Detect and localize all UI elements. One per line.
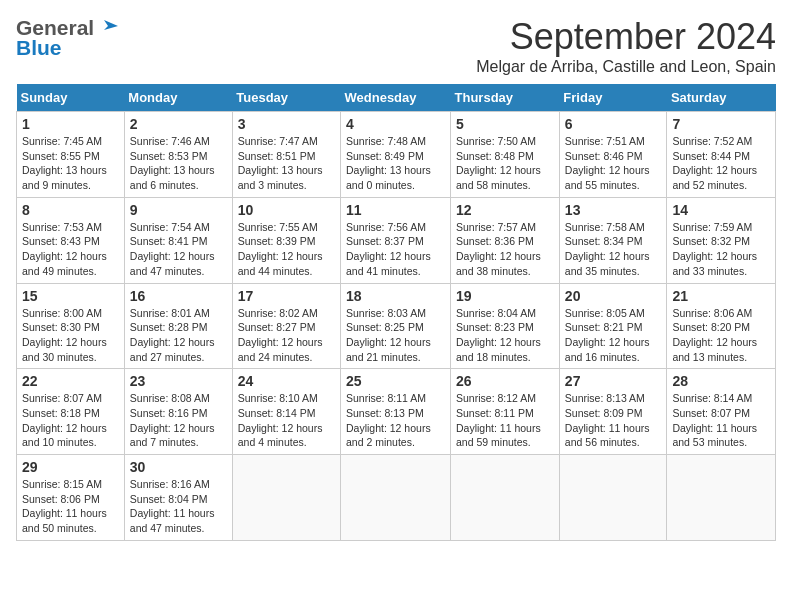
- day-number: 5: [456, 116, 554, 132]
- calendar-cell: 20Sunrise: 8:05 AMSunset: 8:21 PMDayligh…: [559, 283, 667, 369]
- day-info: Sunrise: 7:56 AMSunset: 8:37 PMDaylight:…: [346, 220, 445, 279]
- day-info: Sunrise: 7:54 AMSunset: 8:41 PMDaylight:…: [130, 220, 227, 279]
- svg-marker-0: [104, 20, 118, 30]
- day-number: 23: [130, 373, 227, 389]
- day-info: Sunrise: 8:03 AMSunset: 8:25 PMDaylight:…: [346, 306, 445, 365]
- location: Melgar de Arriba, Castille and Leon, Spa…: [476, 58, 776, 76]
- week-row-3: 15Sunrise: 8:00 AMSunset: 8:30 PMDayligh…: [17, 283, 776, 369]
- logo-bird-icon: [96, 16, 118, 38]
- day-number: 28: [672, 373, 770, 389]
- calendar-cell: 11Sunrise: 7:56 AMSunset: 8:37 PMDayligh…: [341, 197, 451, 283]
- day-info: Sunrise: 7:45 AMSunset: 8:55 PMDaylight:…: [22, 134, 119, 193]
- calendar-cell: 1Sunrise: 7:45 AMSunset: 8:55 PMDaylight…: [17, 112, 125, 198]
- day-number: 14: [672, 202, 770, 218]
- weekday-header-friday: Friday: [559, 84, 667, 112]
- day-info: Sunrise: 7:48 AMSunset: 8:49 PMDaylight:…: [346, 134, 445, 193]
- day-info: Sunrise: 8:07 AMSunset: 8:18 PMDaylight:…: [22, 391, 119, 450]
- day-number: 4: [346, 116, 445, 132]
- day-info: Sunrise: 7:46 AMSunset: 8:53 PMDaylight:…: [130, 134, 227, 193]
- title-section: September 2024 Melgar de Arriba, Castill…: [476, 16, 776, 76]
- calendar-cell: 17Sunrise: 8:02 AMSunset: 8:27 PMDayligh…: [232, 283, 340, 369]
- day-number: 1: [22, 116, 119, 132]
- calendar-cell: 10Sunrise: 7:55 AMSunset: 8:39 PMDayligh…: [232, 197, 340, 283]
- day-number: 30: [130, 459, 227, 475]
- week-row-2: 8Sunrise: 7:53 AMSunset: 8:43 PMDaylight…: [17, 197, 776, 283]
- calendar-cell: 3Sunrise: 7:47 AMSunset: 8:51 PMDaylight…: [232, 112, 340, 198]
- calendar-cell: 29Sunrise: 8:15 AMSunset: 8:06 PMDayligh…: [17, 455, 125, 541]
- day-info: Sunrise: 8:10 AMSunset: 8:14 PMDaylight:…: [238, 391, 335, 450]
- week-row-4: 22Sunrise: 8:07 AMSunset: 8:18 PMDayligh…: [17, 369, 776, 455]
- calendar-cell: 25Sunrise: 8:11 AMSunset: 8:13 PMDayligh…: [341, 369, 451, 455]
- day-number: 13: [565, 202, 662, 218]
- month-title: September 2024: [476, 16, 776, 58]
- logo: General Blue: [16, 16, 118, 60]
- day-info: Sunrise: 8:12 AMSunset: 8:11 PMDaylight:…: [456, 391, 554, 450]
- calendar-cell: [232, 455, 340, 541]
- day-info: Sunrise: 8:11 AMSunset: 8:13 PMDaylight:…: [346, 391, 445, 450]
- weekday-header-wednesday: Wednesday: [341, 84, 451, 112]
- day-number: 18: [346, 288, 445, 304]
- day-info: Sunrise: 8:06 AMSunset: 8:20 PMDaylight:…: [672, 306, 770, 365]
- calendar-cell: 12Sunrise: 7:57 AMSunset: 8:36 PMDayligh…: [451, 197, 560, 283]
- day-number: 29: [22, 459, 119, 475]
- calendar-cell: [559, 455, 667, 541]
- day-info: Sunrise: 7:47 AMSunset: 8:51 PMDaylight:…: [238, 134, 335, 193]
- weekday-header-tuesday: Tuesday: [232, 84, 340, 112]
- calendar-header-row: SundayMondayTuesdayWednesdayThursdayFrid…: [17, 84, 776, 112]
- day-number: 21: [672, 288, 770, 304]
- weekday-header-saturday: Saturday: [667, 84, 776, 112]
- day-info: Sunrise: 8:14 AMSunset: 8:07 PMDaylight:…: [672, 391, 770, 450]
- day-info: Sunrise: 8:08 AMSunset: 8:16 PMDaylight:…: [130, 391, 227, 450]
- day-number: 8: [22, 202, 119, 218]
- day-info: Sunrise: 8:16 AMSunset: 8:04 PMDaylight:…: [130, 477, 227, 536]
- day-info: Sunrise: 7:53 AMSunset: 8:43 PMDaylight:…: [22, 220, 119, 279]
- day-number: 6: [565, 116, 662, 132]
- day-number: 17: [238, 288, 335, 304]
- calendar-cell: [341, 455, 451, 541]
- calendar-cell: 28Sunrise: 8:14 AMSunset: 8:07 PMDayligh…: [667, 369, 776, 455]
- day-info: Sunrise: 7:58 AMSunset: 8:34 PMDaylight:…: [565, 220, 662, 279]
- day-number: 15: [22, 288, 119, 304]
- day-number: 26: [456, 373, 554, 389]
- calendar-cell: 24Sunrise: 8:10 AMSunset: 8:14 PMDayligh…: [232, 369, 340, 455]
- calendar-cell: 22Sunrise: 8:07 AMSunset: 8:18 PMDayligh…: [17, 369, 125, 455]
- day-info: Sunrise: 8:05 AMSunset: 8:21 PMDaylight:…: [565, 306, 662, 365]
- day-number: 27: [565, 373, 662, 389]
- calendar-cell: 4Sunrise: 7:48 AMSunset: 8:49 PMDaylight…: [341, 112, 451, 198]
- day-number: 22: [22, 373, 119, 389]
- weekday-header-sunday: Sunday: [17, 84, 125, 112]
- calendar-cell: 9Sunrise: 7:54 AMSunset: 8:41 PMDaylight…: [124, 197, 232, 283]
- day-number: 25: [346, 373, 445, 389]
- day-info: Sunrise: 7:57 AMSunset: 8:36 PMDaylight:…: [456, 220, 554, 279]
- day-number: 19: [456, 288, 554, 304]
- day-info: Sunrise: 7:55 AMSunset: 8:39 PMDaylight:…: [238, 220, 335, 279]
- week-row-1: 1Sunrise: 7:45 AMSunset: 8:55 PMDaylight…: [17, 112, 776, 198]
- weekday-header-monday: Monday: [124, 84, 232, 112]
- calendar-cell: 5Sunrise: 7:50 AMSunset: 8:48 PMDaylight…: [451, 112, 560, 198]
- day-info: Sunrise: 7:51 AMSunset: 8:46 PMDaylight:…: [565, 134, 662, 193]
- logo-blue: Blue: [16, 36, 62, 60]
- calendar-cell: 21Sunrise: 8:06 AMSunset: 8:20 PMDayligh…: [667, 283, 776, 369]
- calendar-table: SundayMondayTuesdayWednesdayThursdayFrid…: [16, 84, 776, 541]
- day-info: Sunrise: 8:01 AMSunset: 8:28 PMDaylight:…: [130, 306, 227, 365]
- calendar-cell: 23Sunrise: 8:08 AMSunset: 8:16 PMDayligh…: [124, 369, 232, 455]
- calendar-cell: 13Sunrise: 7:58 AMSunset: 8:34 PMDayligh…: [559, 197, 667, 283]
- day-number: 2: [130, 116, 227, 132]
- calendar-cell: [451, 455, 560, 541]
- day-number: 20: [565, 288, 662, 304]
- day-info: Sunrise: 8:13 AMSunset: 8:09 PMDaylight:…: [565, 391, 662, 450]
- day-info: Sunrise: 8:04 AMSunset: 8:23 PMDaylight:…: [456, 306, 554, 365]
- day-info: Sunrise: 7:50 AMSunset: 8:48 PMDaylight:…: [456, 134, 554, 193]
- calendar-cell: 8Sunrise: 7:53 AMSunset: 8:43 PMDaylight…: [17, 197, 125, 283]
- day-info: Sunrise: 7:52 AMSunset: 8:44 PMDaylight:…: [672, 134, 770, 193]
- week-row-5: 29Sunrise: 8:15 AMSunset: 8:06 PMDayligh…: [17, 455, 776, 541]
- day-info: Sunrise: 8:02 AMSunset: 8:27 PMDaylight:…: [238, 306, 335, 365]
- calendar-cell: 15Sunrise: 8:00 AMSunset: 8:30 PMDayligh…: [17, 283, 125, 369]
- day-info: Sunrise: 8:00 AMSunset: 8:30 PMDaylight:…: [22, 306, 119, 365]
- calendar-cell: [667, 455, 776, 541]
- day-info: Sunrise: 7:59 AMSunset: 8:32 PMDaylight:…: [672, 220, 770, 279]
- calendar-cell: 30Sunrise: 8:16 AMSunset: 8:04 PMDayligh…: [124, 455, 232, 541]
- calendar-cell: 16Sunrise: 8:01 AMSunset: 8:28 PMDayligh…: [124, 283, 232, 369]
- page-header: General Blue September 2024 Melgar de Ar…: [16, 16, 776, 76]
- calendar-cell: 7Sunrise: 7:52 AMSunset: 8:44 PMDaylight…: [667, 112, 776, 198]
